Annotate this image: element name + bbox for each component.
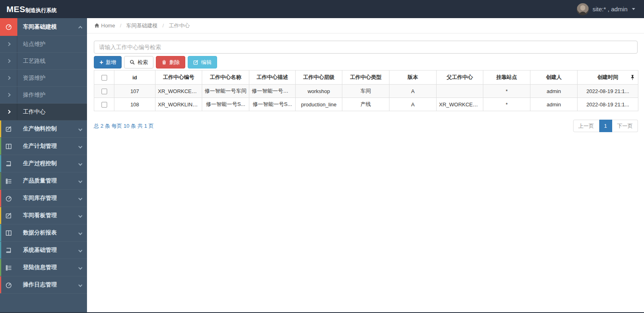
sidebar-item-operation-log-management[interactable]: 操作日志管理	[0, 276, 87, 294]
cell-id: 107	[114, 85, 155, 98]
cell-created: 2022-08-19 21:1...	[578, 98, 638, 111]
chevron-down-icon	[73, 128, 87, 131]
cell-parent	[437, 85, 483, 98]
plus-icon: +	[99, 59, 103, 66]
pin-icon[interactable]	[630, 75, 635, 80]
row-checkbox[interactable]	[101, 102, 107, 108]
user-menu[interactable]: site:* , admin	[577, 3, 644, 15]
sidebar-item-process-control[interactable]: 生产过程控制	[0, 155, 87, 172]
sidebar-item-workshop-modeling[interactable]: 车间基础建模	[0, 18, 87, 36]
edit-icon	[0, 126, 17, 133]
search-button[interactable]: 检索	[124, 56, 153, 68]
next-page-button[interactable]: 下一页	[612, 120, 638, 132]
sidebar-item-board-management[interactable]: 车间看板管理	[0, 207, 87, 224]
col-name: 工作中心名称	[202, 70, 249, 85]
chevron-down-icon	[73, 162, 87, 165]
list-icon	[0, 264, 17, 271]
delete-button[interactable]: 删除	[156, 56, 185, 68]
sidebar-item-label: 系统基础管理	[17, 247, 73, 254]
cell-code: XR_WORKCEN...	[155, 85, 202, 98]
main-content: Home / 车间基础建模 / 工作中心 + 新增 检索 删除	[87, 18, 644, 313]
dashboard-icon	[0, 282, 17, 288]
accent-strip	[0, 242, 1, 259]
sidebar-subitem-station-maintenance[interactable]: 站点维护	[0, 36, 87, 53]
cell-name: 修一智能一号车间	[202, 85, 249, 98]
chevron-down-icon	[73, 249, 87, 252]
table-row[interactable]: 108 XR_WORKLINE... 修一智能一号S... 修一智能一号S...…	[94, 98, 638, 111]
select-all-checkbox[interactable]	[101, 75, 107, 81]
col-type: 工作中心类型	[342, 70, 389, 85]
subitem-label: 工艺路线	[17, 58, 46, 65]
sidebar-item-quality-management[interactable]: 产品质量管理	[0, 172, 87, 190]
cell-version: A	[389, 85, 437, 98]
cell-station: *	[483, 98, 530, 111]
sidebar-item-material-control[interactable]: 生产物料控制	[0, 120, 87, 138]
search-button-label: 检索	[137, 59, 148, 66]
cell-id: 108	[114, 98, 155, 111]
pagination: 总 2 条 每页 10 条 共 1 页 上一页 1 下一页	[94, 120, 638, 132]
col-id: id	[114, 70, 155, 85]
accent-strip	[0, 172, 1, 189]
col-version: 版本	[389, 70, 437, 85]
add-button[interactable]: + 新增	[94, 56, 122, 68]
edit-icon	[0, 212, 17, 219]
chevron-down-icon	[73, 214, 87, 217]
sidebar-item-data-reports[interactable]: 数据分析报表	[0, 224, 87, 242]
sidebar-item-system-management[interactable]: 系统基础管理	[0, 242, 87, 259]
subitem-label: 站点维护	[17, 41, 46, 48]
page-1-button[interactable]: 1	[599, 120, 612, 132]
user-avatar[interactable]	[577, 3, 589, 15]
edit-button[interactable]: 编辑	[188, 56, 217, 68]
subitem-label: 资源维护	[17, 75, 46, 82]
cell-version: A	[389, 98, 437, 111]
breadcrumb-home-link[interactable]: Home	[94, 23, 115, 29]
sidebar-item-label: 车间看板管理	[17, 212, 73, 219]
table-row[interactable]: 107 XR_WORKCEN... 修一智能一号车间 修一智能一号车间 work…	[94, 85, 638, 98]
dashboard-icon	[0, 18, 17, 36]
pagination-summary: 总 2 条 每页 10 条 共 1 页	[94, 122, 154, 130]
logo-prefix: MES	[6, 4, 25, 14]
list-icon	[0, 178, 17, 184]
col-created-label: 创建时间	[597, 74, 618, 80]
book-icon	[0, 160, 17, 167]
accent-strip	[0, 224, 1, 241]
cell-type: 车间	[342, 85, 389, 98]
chevron-right-icon	[0, 53, 17, 69]
prev-page-button[interactable]: 上一页	[573, 120, 599, 132]
caret-down-icon	[632, 8, 635, 10]
breadcrumb-section-link[interactable]: 车间基础建模	[126, 22, 157, 29]
header-select-all	[94, 70, 114, 85]
trash-icon	[162, 60, 167, 65]
sidebar-item-label: 数据分析报表	[17, 229, 73, 236]
cell-level: workshop	[296, 85, 342, 98]
edit-button-label: 编辑	[201, 59, 211, 66]
breadcrumb-separator: /	[162, 23, 164, 29]
sidebar: 车间基础建模 站点维护 工艺路线 资源维护 操作维护 工作中心 生产物料控制 生…	[0, 18, 87, 313]
top-navbar: MES制造执行系统 site:* , admin	[0, 0, 644, 18]
app-logo: MES制造执行系统	[0, 4, 87, 14]
sidebar-subitem-resource-maintenance[interactable]: 资源维护	[0, 70, 87, 87]
search-input[interactable]	[94, 41, 638, 54]
cell-type: 产线	[342, 98, 389, 111]
cell-creator: admin	[530, 98, 578, 111]
accent-strip	[0, 207, 1, 224]
cell-level: production_line	[296, 98, 342, 111]
row-checkbox[interactable]	[101, 89, 107, 94]
home-icon	[94, 23, 99, 28]
chevron-down-icon	[73, 145, 87, 148]
chevron-down-icon	[73, 232, 87, 234]
col-station: 挂靠站点	[483, 70, 530, 85]
sidebar-subitem-process-route[interactable]: 工艺路线	[0, 53, 87, 70]
breadcrumb: Home / 车间基础建模 / 工作中心	[87, 18, 644, 33]
dashboard-icon	[0, 195, 17, 202]
sidebar-item-plan-management[interactable]: 生产计划管理	[0, 138, 87, 155]
columns-icon	[0, 143, 17, 150]
sidebar-subitem-operation-maintenance[interactable]: 操作维护	[0, 87, 87, 104]
col-desc: 工作中心描述	[249, 70, 296, 85]
cell-created: 2022-08-19 21:1...	[578, 85, 638, 98]
cell-desc: 修一智能一号车间	[249, 85, 296, 98]
sidebar-subitem-work-center[interactable]: 工作中心	[0, 104, 87, 120]
sidebar-item-inventory-management[interactable]: 车间库存管理	[0, 190, 87, 207]
sidebar-item-label: 生产过程控制	[17, 160, 73, 167]
sidebar-item-login-info-management[interactable]: 登陆信息管理	[0, 259, 87, 276]
